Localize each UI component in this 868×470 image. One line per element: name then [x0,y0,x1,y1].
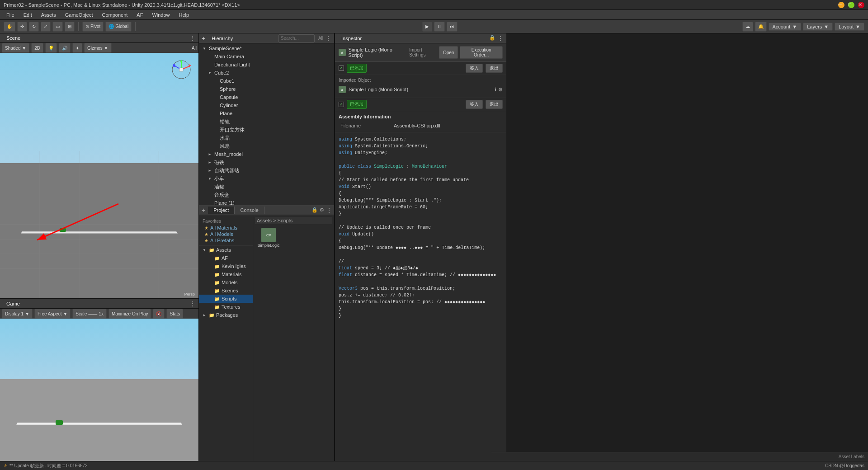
stats-button[interactable]: Stats [166,309,183,319]
scale-control[interactable]: Scale —— 1x [72,309,107,319]
hierarchy-item[interactable]: ►自动武器站 [199,166,334,174]
file-item-simplelogic[interactable]: C# SimpleLogic [255,226,282,249]
hierarchy-item[interactable]: Capsule [199,93,334,101]
project-tab[interactable]: Project [208,207,235,214]
project-tree-item[interactable]: ▼📁Assets [199,246,253,254]
scale-tool[interactable]: ⤢ [41,22,51,32]
menu-item-file[interactable]: File [2,11,19,19]
maximize-button[interactable]: □ [848,2,854,8]
hierarchy-item[interactable]: Plane (1) [199,199,334,205]
global-toggle[interactable]: 🌐 Global [105,22,132,32]
project-tree-item[interactable]: 📁Textures [199,303,253,311]
hierarchy-item[interactable]: ▼SampleScene* [199,44,334,52]
pivot-toggle[interactable]: ⊙ Pivot [82,22,104,32]
execution-order-button[interactable]: Execution Order... [460,46,503,59]
inspector-tab[interactable]: Inspector [338,35,365,42]
hierarchy-item[interactable]: 音乐盒 [199,191,334,199]
audio-toggle[interactable]: 🔊 [59,43,71,53]
checkbox-1[interactable]: ✓ [339,66,344,71]
rotate-tool[interactable]: ↻ [29,22,39,32]
menu-item-help[interactable]: Help [175,11,194,19]
menu-item-af[interactable]: AF [132,11,147,19]
enter-btn-1[interactable]: 签入 [466,64,483,73]
project-tree-item[interactable]: 📁Scenes [199,287,253,295]
gear-icon[interactable]: ⚙ [498,87,503,93]
collab-button[interactable]: ☁ [742,22,753,32]
2d-toggle[interactable]: 2D [31,43,43,53]
hierarchy-menu[interactable]: ⋮ [325,35,331,42]
checkbox-2[interactable]: ✓ [339,102,344,107]
game-tab[interactable]: Game [3,300,24,307]
menu-item-window[interactable]: Window [147,11,174,19]
play-button[interactable]: ▶ [422,22,432,32]
project-tree-item[interactable]: 📁Models [199,278,253,287]
hierarchy-item[interactable]: Sphere [199,85,334,93]
menu-item-assets[interactable]: Assets [37,11,61,19]
lock-icon[interactable]: 🔒 [311,207,318,213]
hierarchy-item[interactable]: Directional Light [199,61,334,69]
light-toggle[interactable]: 💡 [45,43,57,53]
pause-button[interactable]: ⏸ [434,22,445,32]
gizmos-toggle[interactable]: Gizmos ▼ [84,43,112,53]
favorites-item-materials[interactable]: ★ All Materials [203,225,249,231]
scene-panel-menu[interactable]: ⋮ [189,34,196,42]
favorites-item-prefabs[interactable]: ★ All Prefabs [203,237,249,244]
hierarchy-item[interactable]: 铅笔 [199,118,334,126]
menu-item-edit[interactable]: Edit [19,11,37,19]
display-dropdown[interactable]: Display 1 ▼ [2,309,33,319]
hierarchy-item[interactable]: Main Camera [199,52,334,61]
hierarchy-tab[interactable]: Hierarchy [208,35,236,42]
move-tool[interactable]: ✛ [17,22,27,32]
effects-toggle[interactable]: ✦ [72,43,82,53]
layout-dropdown[interactable]: Layout ▼ [835,23,864,31]
enter-btn-2[interactable]: 签入 [466,100,483,109]
info-icon[interactable]: ℹ [495,87,496,93]
shaded-dropdown[interactable]: Shaded ▼ [2,43,29,53]
aspect-dropdown[interactable]: Free Aspect ▼ [34,309,71,319]
hierarchy-item[interactable]: ►磁铁 [199,158,334,166]
inspector-menu[interactable]: ⋮ [497,35,504,42]
hierarchy-item[interactable]: Cube1 [199,77,334,85]
scene-tab[interactable]: Scene [3,34,24,42]
account-dropdown[interactable]: Account ▼ [769,23,802,31]
project-tree-item[interactable]: 📁Materials [199,270,253,278]
exit-btn-2[interactable]: 退出 [486,100,503,109]
hand-tool[interactable]: ✋ [4,22,15,32]
inspector-lock-icon[interactable]: 🔒 [489,35,495,42]
hierarchy-item[interactable]: 风扇 [199,142,334,150]
project-tree-item[interactable]: ►📁Packages [199,311,253,319]
menu-item-gameobject[interactable]: GameObject [61,11,98,19]
hierarchy-item[interactable]: Cylinder [199,101,334,109]
project-tree-item[interactable]: 📁Scripts [199,295,253,303]
project-menu[interactable]: ⋮ [326,207,332,214]
step-button[interactable]: ⏭ [447,22,458,32]
open-button[interactable]: Open [439,46,458,59]
exit-btn-1[interactable]: 退出 [486,64,503,73]
project-tree-item[interactable]: 📁Kevin Igles [199,262,253,270]
hierarchy-add-icon[interactable]: + [202,35,205,42]
menu-item-component[interactable]: Component [97,11,132,19]
mute-button[interactable]: 🔇 [153,309,165,319]
hierarchy-item[interactable]: ▼小车 [199,174,334,183]
cloud-button[interactable]: 🔔 [755,22,767,32]
hierarchy-item[interactable]: 开口立方体 [199,126,334,134]
add-icon[interactable]: + [199,206,208,215]
maximize-toggle[interactable]: Maximize On Play [108,309,151,319]
minimize-button[interactable]: ─ [838,2,844,8]
hierarchy-item[interactable]: ▼Cube2 [199,69,334,77]
project-tree-item[interactable]: 📁AF [199,254,253,262]
hierarchy-item[interactable]: 油罐 [199,183,334,191]
hierarchy-search[interactable] [278,34,315,42]
rect-tool[interactable]: ▭ [52,22,63,32]
hierarchy-item[interactable]: Plane [199,109,334,118]
favorites-item-models[interactable]: ★ All Models [203,231,249,237]
settings-icon[interactable]: ⚙ [320,207,324,213]
close-button[interactable]: ✕ [858,2,864,8]
transform-tool[interactable]: ⊞ [65,22,75,32]
inspector-header: Inspector 🔒 ⋮ [335,33,506,43]
layers-dropdown[interactable]: Layers ▼ [803,23,833,31]
hierarchy-item[interactable]: ►Mesh_model [199,150,334,158]
console-tab[interactable]: Console [235,207,264,214]
hierarchy-item[interactable]: 水晶 [199,134,334,142]
game-panel-menu[interactable]: ⋮ [189,300,196,307]
